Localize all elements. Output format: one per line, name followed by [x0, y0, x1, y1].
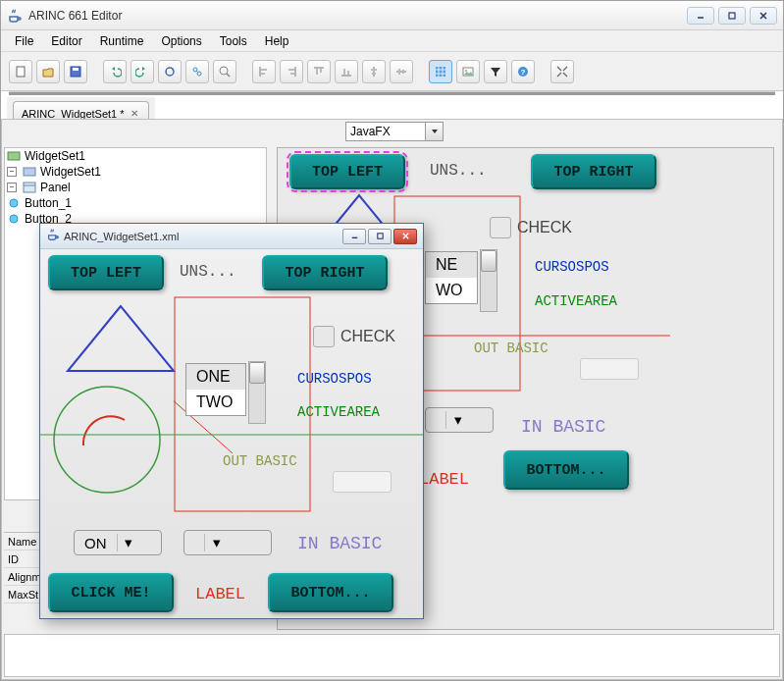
minimize-button[interactable]	[687, 7, 714, 25]
green-line	[40, 434, 423, 436]
button-top-right[interactable]: TOP RIGHT	[262, 255, 388, 290]
label-label: LABEL	[195, 585, 245, 603]
widgetset-icon	[7, 149, 21, 163]
label-inbasic: IN BASIC	[521, 417, 605, 437]
chevron-down-icon[interactable]	[425, 123, 443, 140]
label-outbasic: OUT BASIC	[474, 340, 549, 356]
expand-icon[interactable]: −	[7, 183, 17, 192]
list-item[interactable]: NE	[426, 252, 477, 278]
chevron-down-icon[interactable]: ▾	[204, 534, 228, 551]
svg-rect-44	[377, 234, 382, 238]
button-top-left[interactable]: TOP LEFT	[48, 255, 164, 290]
list-item[interactable]: ONE	[186, 364, 245, 390]
svg-point-48	[54, 387, 160, 493]
check-widget[interactable]: CHECK	[313, 326, 395, 347]
tool-grid-icon[interactable]	[429, 60, 452, 83]
menu-editor[interactable]: Editor	[43, 32, 89, 50]
tool-link-icon[interactable]	[185, 60, 209, 83]
svg-text:?: ?	[521, 68, 526, 77]
list-item[interactable]: TWO	[186, 390, 245, 415]
scroll-thumb[interactable]	[481, 250, 497, 272]
svg-line-10	[227, 74, 230, 77]
titlebar: ARINC 661 Editor	[1, 1, 783, 30]
tree-node[interactable]: − WidgetSet1	[5, 164, 266, 180]
svg-rect-36	[24, 183, 35, 192]
checkbox[interactable]	[313, 326, 335, 347]
listbox[interactable]: NE WO	[425, 251, 478, 304]
menu-help[interactable]: Help	[257, 32, 297, 50]
button-click-me[interactable]: CLICK ME!	[48, 573, 174, 612]
chevron-down-icon[interactable]: ▾	[445, 411, 469, 429]
combo-on[interactable]: ON▾	[74, 530, 162, 555]
tool-align-vcenter-icon[interactable]	[390, 60, 413, 83]
child-close-button[interactable]	[393, 229, 417, 244]
listbox[interactable]: ONE TWO	[185, 363, 246, 416]
renderer-input[interactable]	[346, 123, 425, 140]
child-titlebar[interactable]: ARINC_WidgetSet1.xml	[40, 224, 423, 249]
expand-icon[interactable]: −	[7, 167, 17, 177]
list-item[interactable]: WO	[426, 278, 477, 303]
tool-refresh-icon[interactable]	[158, 60, 182, 83]
svg-rect-13	[261, 73, 265, 75]
tool-redo-icon[interactable]	[131, 60, 154, 83]
tool-collapse-icon[interactable]	[550, 60, 574, 83]
svg-rect-25	[372, 73, 376, 75]
tool-image-icon[interactable]	[456, 60, 480, 83]
bullet-icon	[7, 212, 21, 226]
tool-help-icon[interactable]: ?	[511, 60, 535, 83]
close-button[interactable]	[750, 7, 777, 25]
tool-align-right-icon[interactable]	[280, 60, 303, 83]
label-activearea: ACTIVEAREA	[297, 404, 380, 420]
menu-file[interactable]: File	[7, 32, 41, 50]
triangle-icon	[62, 302, 180, 377]
tree-node[interactable]: Button_1	[5, 195, 266, 211]
svg-point-9	[220, 67, 228, 75]
tool-align-top-icon[interactable]	[307, 60, 331, 83]
svg-rect-28	[402, 70, 404, 74]
menubar: File Editor Runtime Options Tools Help	[1, 30, 783, 52]
label-uns: UNS...	[430, 162, 487, 180]
tool-save[interactable]	[64, 60, 87, 83]
widgetset-icon	[23, 165, 36, 179]
svg-rect-34	[8, 152, 20, 160]
tree-root[interactable]: WidgetSet1	[5, 148, 266, 164]
svg-point-38	[10, 199, 18, 207]
svg-rect-21	[343, 69, 345, 75]
scrollbar[interactable]	[248, 361, 266, 424]
button-bottom-right[interactable]: BOTTOM...	[503, 450, 629, 490]
tool-new[interactable]	[9, 60, 32, 83]
chevron-down-icon[interactable]: ▾	[117, 534, 140, 551]
svg-rect-18	[316, 69, 318, 75]
bullet-icon	[7, 196, 21, 210]
menu-tools[interactable]: Tools	[212, 32, 255, 50]
tool-align-bottom-icon[interactable]	[335, 60, 358, 83]
tool-align-hcenter-icon[interactable]	[362, 60, 386, 83]
label-label: LABEL	[419, 470, 469, 489]
scrollbar[interactable]	[480, 249, 497, 312]
tool-align-left-icon[interactable]	[252, 60, 276, 83]
menu-options[interactable]: Options	[153, 32, 209, 50]
svg-line-8	[196, 71, 198, 73]
tab-close-icon[interactable]: ✕	[129, 108, 140, 120]
combo-empty[interactable]: ▾	[425, 407, 494, 433]
maximize-button[interactable]	[718, 7, 746, 25]
combo-empty[interactable]: ▾	[183, 530, 272, 555]
small-field[interactable]	[580, 358, 639, 380]
menu-runtime[interactable]: Runtime	[92, 32, 152, 50]
tool-filter-icon[interactable]	[484, 60, 507, 83]
button-bottom-right[interactable]: BOTTOM...	[268, 573, 393, 612]
svg-point-39	[10, 215, 18, 223]
svg-rect-12	[261, 69, 267, 71]
tool-undo-icon[interactable]	[103, 60, 127, 83]
tool-zoom-icon[interactable]	[213, 60, 236, 83]
scroll-thumb[interactable]	[249, 362, 265, 384]
small-field[interactable]	[333, 471, 392, 493]
child-maximize-button[interactable]	[368, 229, 392, 244]
child-minimize-button[interactable]	[342, 229, 366, 244]
button-top-left[interactable]: TOP LEFT	[289, 154, 405, 189]
svg-rect-15	[288, 69, 294, 71]
button-top-right[interactable]: TOP RIGHT	[531, 154, 656, 189]
status-bar	[4, 634, 780, 677]
tree-node[interactable]: − Panel	[5, 180, 266, 195]
tool-open[interactable]	[36, 60, 60, 83]
